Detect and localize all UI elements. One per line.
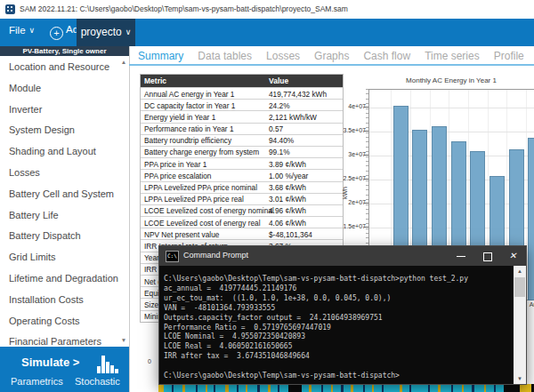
metric-label: LCOE Levelized cost of energy nominal [144,206,274,215]
metric-label: Energy yield in Year 1 [144,113,215,122]
table-row: Annual AC energy in Year 1419,774,432 kW… [141,87,343,99]
scrollbar-thumb[interactable] [514,277,525,297]
simulate-button[interactable]: Simulate > [21,356,79,369]
command-prompt-window: C:\ Command Prompt ✕ C:\Users\gaobo\Desk… [158,245,527,385]
y-tick-label: 3.5e+07 [328,127,366,133]
sidebar: PV-Battery, Single owner Location and Re… [0,46,130,392]
scroll-down-icon[interactable]: ▼ [119,336,128,345]
table-row: NPV Net present value$-48,101,364 [141,228,343,239]
cmd-line: C:\Users\gaobo\Desktop\Temp\sam-vs-pysam… [164,275,514,284]
cmd-title-bar[interactable]: C:\ Command Prompt ✕ [159,246,526,266]
strip-segment [486,384,494,392]
strip-segment [344,384,351,392]
strip-segment [207,384,214,392]
y-tick-label: 4e+07 [328,103,366,109]
strip-segment [260,384,268,392]
tab-losses[interactable]: Losses [266,50,300,62]
tab-profile[interactable]: Profile [494,50,524,62]
sidebar-item-module[interactable]: Module [0,78,118,100]
strip-segment [185,384,196,392]
metric-value: 99.1% [269,148,290,156]
cmd-line: ur_ec_tou_mat: ((1.0, 1.0, 1e+38, 0.0, 0… [164,294,514,304]
strip-segment [365,384,372,392]
tab-data-tables[interactable]: Data tables [198,50,252,62]
sidebar-nav: Location and ResourceModuleInverterSyste… [0,57,118,353]
strip-segment [247,384,257,392]
sidebar-item-shading-and-layout[interactable]: Shading and Layout [0,141,118,163]
tab-underline [129,64,534,66]
metric-value: 4.06 ¢/kWh [269,219,306,228]
strip-segment [164,384,172,392]
scroll-up-icon[interactable]: ▲ [119,58,128,67]
stochastic-button[interactable]: Stochastic [75,376,120,387]
maximize-button[interactable] [474,246,500,266]
metric-label: LPPA Levelized PPA price real [144,195,244,204]
strip-segment [215,384,225,392]
strip-segment [384,384,400,392]
table-row: Battery charge energy from system99.1% [141,146,343,157]
strip-segment [312,384,321,392]
strip-segment [464,384,472,392]
project-tab[interactable]: proyecto∨ [77,19,135,46]
metric-label: Annual AC energy in Year 1 [144,90,234,99]
metric-value: 3.89 ¢/kWh [269,160,306,169]
sidebar-item-battery-life[interactable]: Battery Life [0,205,118,227]
sidebar-item-operating-costs[interactable]: Operating Costs [0,311,118,332]
tab-summary[interactable]: Summary [138,50,183,62]
axis-zero-label: 0 [148,358,151,364]
bar-aug [529,139,534,300]
sidebar-item-losses[interactable]: Losses [0,163,118,184]
metric-value: 419,774,432 kWh [269,90,327,99]
table-row: LCOE Levelized cost of energy real4.06 ¢… [141,216,343,228]
table-row: LCOE Levelized cost of energy nominal4.9… [141,204,343,216]
tab-graphs[interactable]: Graphs [314,50,349,62]
scroll-up-icon[interactable]: ▲ [514,266,526,276]
strip-segment [333,384,341,392]
minimize-button[interactable] [449,246,474,266]
sidebar-item-installation-costs[interactable]: Installation Costs [0,290,118,311]
sidebar-item-battery-cell-and-system[interactable]: Battery Cell and System [0,184,118,205]
console-output[interactable]: C:\Users\gaobo\Desktop\Temp\sam-vs-pysam… [159,266,514,384]
sidebar-item-grid-limits[interactable]: Grid Limits [0,247,118,268]
strip-segment [198,384,206,392]
sidebar-item-location-and-resource[interactable]: Location and Resource [0,57,118,78]
table-row: Performance ratio in Year 10.57 [141,123,343,134]
y-tick-label: 1.5e+07 [328,223,366,229]
sidebar-item-battery-dispatch[interactable]: Battery Dispatch [0,226,118,247]
sidebar-header: PV-Battery, Single owner [0,46,129,56]
tab-time-series[interactable]: Time series [425,50,480,62]
scroll-down-icon[interactable]: ▼ [514,373,526,384]
tab-cash-flow[interactable]: Cash flow [363,50,410,62]
cmd-scrollbar[interactable]: ▲ ▼ [514,266,526,384]
cmd-line: VAN = -48101364.793933555 [164,304,514,314]
strip-segment [411,384,419,392]
sidebar-item-system-design[interactable]: System Design [0,120,118,141]
metrics-table-header: Metric Value [141,75,343,87]
sidebar-item-inverter[interactable]: Inverter [0,100,118,121]
cmd-line: Outputs.capacity_factor output = 24.2106… [164,314,514,324]
y-tick-mark [364,203,368,204]
y-tick-label: 3e+07 [328,151,366,157]
strip-segment [441,384,451,392]
file-menu[interactable]: File∨ [9,25,35,36]
add-icon: + [50,27,63,40]
close-button[interactable]: ✕ [500,246,526,266]
metric-value: 2,121 kWh/kW [269,113,317,122]
cmd-line: LCOE Nominal = 4.955072350420893 [164,332,514,342]
table-row: DC capacity factor in Year 124.2% [141,99,343,110]
tab-bar: SummaryData tablesLossesGraphsCash flowT… [138,50,524,62]
metric-label: Battery roundtrip efficiency [144,136,231,145]
strip-segment [504,384,520,392]
parametrics-button[interactable]: Parametrics [11,376,63,387]
strip-segment [279,384,288,392]
menu-bar: File∨ +Add proyecto∨ [0,19,534,46]
sam-app-icon [5,4,15,14]
metric-value: 0.57 [269,124,283,133]
sidebar-item-lifetime-and-degradation[interactable]: Lifetime and Degradation [0,268,118,290]
cmd-line: Performance Ratio = 0.5719765697447019 [164,324,514,333]
cmd-line: C:\Users\gaobo\Desktop\Temp\sam-vs-pysam… [164,372,514,381]
metric-label: LPPA Levelized PPA price nominal [144,183,257,192]
cmd-window-title: Command Prompt [183,251,248,260]
cmd-icon: C:\ [166,251,179,262]
strip-segment [302,384,309,392]
